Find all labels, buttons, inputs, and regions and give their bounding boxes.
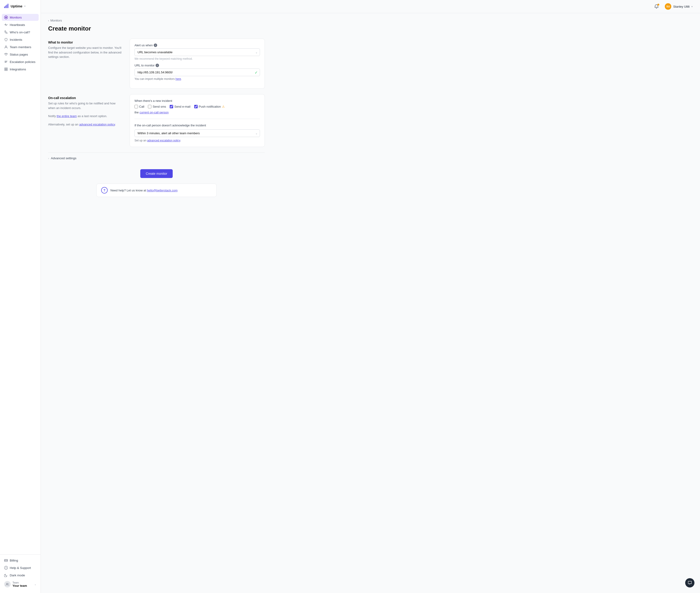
phone-icon [4,30,8,34]
call-label: Call [139,105,144,108]
call-checkbox-item[interactable]: Call [134,105,144,108]
sidebar-item-team-members-label: Team members [10,45,31,49]
sidebar-item-billing[interactable]: Billing [2,557,39,564]
call-checkbox[interactable] [134,105,138,108]
svg-rect-16 [4,560,8,561]
on-call-title: On-call escalation [48,96,122,100]
team-name: Your team [12,584,32,587]
what-to-monitor-desc: Configure the target website you want to… [48,46,122,59]
svg-rect-11 [5,68,6,69]
monitor-icon [4,15,8,19]
svg-point-6 [5,46,7,47]
breadcrumb-chevron-icon: ‹ [48,19,49,22]
sidebar-item-status-pages[interactable]: Status pages [2,51,39,58]
alert-us-when-label: Alert us when i [134,43,260,47]
card-divider [134,119,260,119]
sidebar-item-integrations[interactable]: Integrations [2,66,39,73]
svg-rect-3 [8,4,8,8]
ack-escalation-link[interactable]: advanced escalation policy [147,139,180,142]
svg-rect-14 [6,70,7,71]
on-call-desc-2: Notify the entire team as a last resort … [48,114,122,119]
ack-select-wrapper: Within 3 minutes, alert all other team m… [134,129,260,137]
send-email-checkbox[interactable] [170,105,173,108]
sidebar-item-help-support[interactable]: ? Help & Support [2,564,39,571]
on-call-desc-3: Alternatively, set up an advanced escala… [48,122,122,127]
shield-icon [4,38,8,41]
sidebar-item-dark-mode[interactable]: Dark mode [2,572,39,579]
svg-point-19 [6,583,8,585]
team-switcher[interactable]: Team Your team ⌄ [2,579,39,589]
chat-button[interactable] [685,578,694,587]
logo-chevron-icon: ▾ [24,5,26,7]
user-icon [4,45,8,49]
send-sms-checkbox-item[interactable]: Send sms [148,105,166,108]
help-email-link[interactable]: hello@betterstack.com [147,189,178,192]
what-to-monitor-section: What to monitor Configure the target web… [48,39,265,89]
url-input-wrapper: ✓ [134,69,260,76]
what-to-monitor-card: Alert us when i URL becomes unavailable … [130,39,265,89]
sidebar-item-incidents-label: Incidents [10,38,22,41]
what-to-monitor-label: What to monitor Configure the target web… [48,39,122,89]
sidebar-item-escalation-policies-label: Escalation policies [10,60,35,64]
svg-rect-12 [6,68,7,69]
advanced-settings-label: Advanced settings [51,156,76,160]
svg-text:?: ? [5,567,7,569]
user-menu[interactable]: SU Stanley Ulilli ▾ [663,2,694,11]
svg-point-7 [6,55,6,56]
sidebar-item-heartbeats[interactable]: Heartbeats [2,21,39,28]
sidebar-nav: Monitors Heartbeats Who's on-call? Incid… [0,12,40,554]
page-title: Create monitor [48,25,265,32]
notification-button[interactable] [653,3,660,10]
send-email-checkbox-item[interactable]: Send e-mail [170,105,190,108]
team-text: Team Your team [12,581,32,587]
what-to-monitor-title: What to monitor [48,40,122,44]
uptime-logo-icon [4,3,9,9]
import-text: You can import multiple monitors here. [134,77,260,81]
team-label: Team [12,581,32,584]
svg-rect-8 [5,61,7,61]
sidebar-item-team-members[interactable]: Team members [2,43,39,50]
breadcrumb[interactable]: ‹ Monitors [48,19,265,22]
svg-rect-2 [6,5,7,8]
moon-icon [4,573,8,577]
svg-rect-1 [5,6,6,8]
sidebar-item-dark-mode-label: Dark mode [10,574,25,577]
logo-area[interactable]: Uptime ▾ [0,0,40,12]
send-sms-checkbox[interactable] [148,105,151,108]
ack-hint: Set up an advanced escalation policy. [134,139,260,142]
url-input[interactable] [134,69,260,76]
alert-us-when-info-icon[interactable]: i [154,43,157,47]
sidebar-item-billing-label: Billing [10,559,18,562]
advanced-escalation-link[interactable]: advanced escalation policy [79,123,115,126]
on-call-label: On-call escalation Set up rules for who'… [48,94,122,147]
user-name: Stanley Ulilli [673,5,690,8]
user-avatar: SU [665,3,671,10]
chat-icon [688,581,692,585]
notification-dot [657,4,659,6]
push-notification-checkbox[interactable] [194,105,198,108]
sidebar-item-incidents[interactable]: Incidents [2,36,39,43]
sidebar-item-monitors[interactable]: Monitors [2,14,39,21]
push-notification-checkbox-item[interactable]: Push notification ⚠ [194,105,225,108]
sidebar-item-escalation-policies[interactable]: Escalation policies [2,58,39,65]
svg-point-5 [5,17,7,18]
import-link[interactable]: here [176,77,181,81]
ack-title: If the on-call person doesn't acknowledg… [134,124,260,127]
svg-rect-9 [5,62,7,62]
ack-select[interactable]: Within 3 minutes, alert all other team m… [134,129,260,137]
alert-us-when-select[interactable]: URL becomes unavailable Keyword present … [134,48,260,56]
sidebar-item-whos-on-call[interactable]: Who's on-call? [2,29,39,36]
url-info-icon[interactable]: i [156,64,159,67]
alert-us-when-group: Alert us when i URL becomes unavailable … [134,43,260,61]
svg-rect-13 [5,70,6,71]
current-on-call-link[interactable]: current on-call person [140,111,169,114]
sidebar: Uptime ▾ Monitors Heartbeats Who's on-ca… [0,0,41,593]
alert-us-when-select-wrapper: URL becomes unavailable Keyword present … [134,48,260,56]
keyword-hint: We recommend the keyword matching method… [134,57,260,61]
create-monitor-button[interactable]: Create monitor [140,169,173,178]
entire-team-link[interactable]: the entire team [57,114,77,118]
person-text: the current on-call person [134,111,260,114]
app-name: Uptime [11,4,23,8]
puzzle-icon [4,67,8,71]
advanced-settings-row[interactable]: › Advanced settings [48,153,265,164]
